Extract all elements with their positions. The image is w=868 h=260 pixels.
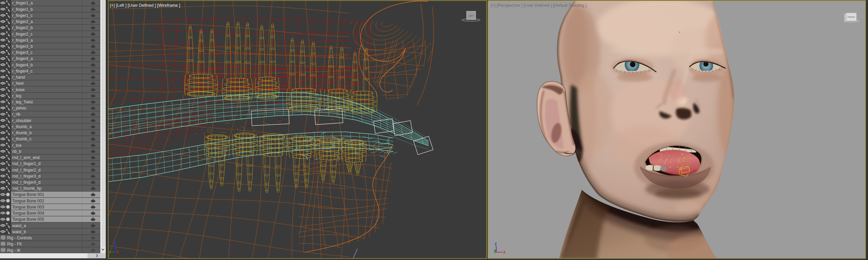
svg-text:r_heel: r_heel — [12, 81, 23, 86]
svg-text:Tongue Bone 003: Tongue Bone 003 — [12, 205, 44, 209]
svg-text:r_finger3_c: r_finger3_c — [12, 50, 33, 55]
svg-text:rnd_l_thumb_tip: rnd_l_thumb_tip — [12, 186, 41, 191]
svg-text:Tongue Bone 004: Tongue Bone 004 — [12, 211, 44, 216]
svg-text:r_finger3_a: r_finger3_a — [12, 38, 33, 43]
svg-text:rnd_l_finger2_d: rnd_l_finger2_d — [12, 168, 40, 173]
svg-text:waist_b: waist_b — [12, 229, 26, 234]
svg-text:[+] [Left ] [User Defined ] [W: [+] [Left ] [User Defined ] [Wireframe ] — [110, 3, 180, 8]
svg-text:waist_a: waist_a — [12, 223, 26, 228]
svg-text:r_thumb_c: r_thumb_c — [12, 137, 32, 141]
svg-text:[+] [Perspective ] [User Defin: [+] [Perspective ] [User Defined ] [Defa… — [491, 3, 587, 8]
svg-text:r_finger1_a: r_finger1_a — [12, 1, 33, 5]
svg-text:FRONT: FRONT — [848, 16, 855, 18]
svg-text:r_finger1_c: r_finger1_c — [12, 13, 33, 18]
svg-text:Z: Z — [114, 241, 116, 245]
svg-text:LEFT: LEFT — [469, 15, 474, 17]
svg-text:Rig - IK: Rig - IK — [7, 248, 21, 253]
svg-text:r_finger2_a: r_finger2_a — [12, 19, 33, 24]
svg-text:Tongue Bone 002: Tongue Bone 002 — [12, 199, 44, 203]
svg-text:rnd_l_finger3_d: rnd_l_finger3_d — [12, 174, 40, 179]
svg-text:r_finger4_c: r_finger4_c — [12, 69, 33, 74]
svg-text:X: X — [116, 250, 119, 254]
svg-text:r_finger1_b: r_finger1_b — [12, 7, 33, 12]
svg-text:r_thumb_b: r_thumb_b — [12, 131, 32, 135]
svg-text:rib_b: rib_b — [12, 149, 21, 154]
svg-text:r_hand: r_hand — [12, 75, 25, 80]
svg-text:Rig - FK: Rig - FK — [7, 242, 22, 246]
svg-text:rnd_l_arm_end: rnd_l_arm_end — [12, 155, 40, 160]
svg-text:r_knee: r_knee — [12, 87, 25, 92]
svg-text:rnd_l_finger1_d: rnd_l_finger1_d — [12, 161, 40, 166]
svg-text:r_finger2_b: r_finger2_b — [12, 25, 33, 30]
svg-text:Tongue Bone 005: Tongue Bone 005 — [12, 217, 44, 222]
svg-text:r_leg_Twist: r_leg_Twist — [12, 100, 33, 104]
svg-text:rnd_l_finger4_d: rnd_l_finger4_d — [12, 180, 40, 185]
svg-text:r_toe: r_toe — [12, 143, 22, 148]
svg-text:Rig - Controls: Rig - Controls — [7, 236, 32, 240]
svg-text:Z: Z — [495, 242, 497, 246]
svg-text:r_finger3_b: r_finger3_b — [12, 44, 33, 49]
svg-text:X: X — [503, 251, 506, 254]
svg-text:r_shoulder: r_shoulder — [12, 118, 32, 123]
svg-text:r_leg: r_leg — [12, 94, 21, 98]
svg-text:r_pelvis: r_pelvis — [12, 106, 26, 111]
svg-text:r_rib: r_rib — [12, 112, 20, 117]
svg-text:r_thumb_a: r_thumb_a — [12, 124, 32, 129]
svg-text:r_finger4_a: r_finger4_a — [12, 56, 33, 61]
svg-text:r_finger4_b: r_finger4_b — [12, 63, 33, 67]
svg-text:Tongue Bone 001: Tongue Bone 001 — [12, 192, 44, 197]
svg-text:Y: Y — [109, 251, 111, 254]
svg-text:r_finger2_c: r_finger2_c — [12, 32, 33, 37]
